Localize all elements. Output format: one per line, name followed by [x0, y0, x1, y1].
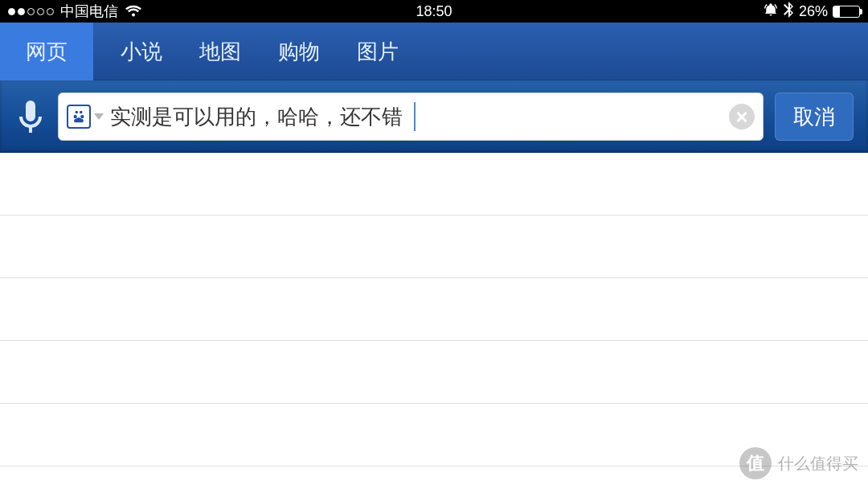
tab-map[interactable]: 地图	[190, 23, 251, 80]
search-box	[58, 92, 764, 141]
list-item[interactable]	[0, 153, 868, 216]
baidu-icon	[67, 105, 91, 129]
tab-image[interactable]: 图片	[347, 23, 408, 80]
status-right: 26%	[764, 2, 860, 22]
cancel-label: 取消	[793, 103, 835, 131]
battery-pct: 26%	[799, 3, 828, 20]
tab-label: 地图	[199, 38, 241, 66]
clear-button[interactable]	[729, 104, 755, 129]
watermark-text: 什么值得买	[778, 453, 858, 475]
tab-label: 图片	[357, 38, 399, 66]
tab-label: 购物	[278, 38, 320, 66]
watermark: 值 什么值得买	[739, 447, 858, 479]
tab-label: 小说	[121, 38, 162, 66]
tab-shopping[interactable]: 购物	[268, 23, 330, 80]
search-engine-selector[interactable]	[67, 105, 104, 129]
list-item[interactable]	[0, 404, 868, 466]
text-cursor	[414, 102, 416, 131]
carrier-label: 中国电信	[60, 2, 118, 21]
voice-search-button[interactable]	[14, 94, 47, 139]
clock: 18:50	[416, 3, 452, 20]
list-item[interactable]	[0, 341, 868, 404]
status-bar: 中国电信 18:50 26%	[0, 0, 868, 23]
search-row: 取消	[0, 80, 868, 153]
cancel-button[interactable]: 取消	[775, 92, 854, 141]
list-item[interactable]	[0, 278, 868, 341]
watermark-badge: 值	[739, 447, 772, 479]
wifi-icon	[125, 5, 142, 18]
category-tabs: 网页 小说 地图 购物 图片	[0, 23, 868, 80]
tab-novel[interactable]: 小说	[111, 23, 172, 80]
status-left: 中国电信	[8, 2, 142, 21]
tab-label: 网页	[26, 38, 68, 66]
battery-icon	[833, 6, 860, 18]
suggestion-list	[0, 153, 868, 466]
chevron-down-icon	[94, 113, 104, 120]
alarm-icon	[764, 2, 778, 21]
bluetooth-icon	[783, 2, 794, 22]
search-input[interactable]	[110, 93, 411, 140]
tab-web[interactable]: 网页	[0, 23, 93, 80]
signal-strength-icon	[8, 8, 54, 15]
list-item[interactable]	[0, 216, 868, 278]
